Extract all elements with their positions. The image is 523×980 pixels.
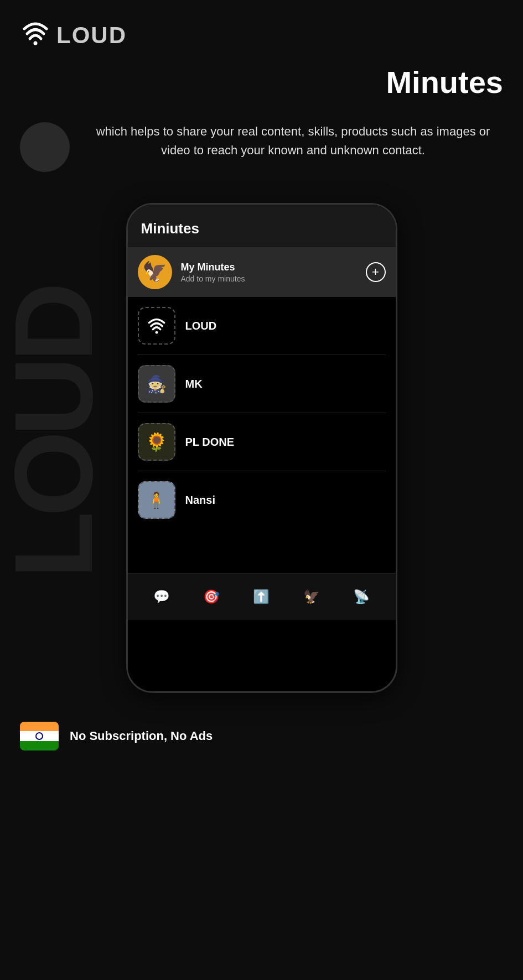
logo-icon xyxy=(20,18,51,53)
my-minutes-info: My Minutes Add to my minutes xyxy=(181,262,357,283)
minutes-list: LOUD 🧙 MK 🌻 PL DONE xyxy=(128,297,396,529)
page-title-row: Minutes xyxy=(0,64,523,100)
chat-icon: 💬 xyxy=(153,589,170,604)
app-screen-title: Miniutes xyxy=(141,220,199,237)
svg-point-1 xyxy=(155,331,158,334)
nansi-list-name: Nansi xyxy=(185,494,215,507)
phone-screen: Miniutes 🦅 My Minutes Add to my minutes … xyxy=(128,205,396,691)
phone-mockup-wrapper: Miniutes 🦅 My Minutes Add to my minutes … xyxy=(0,203,523,693)
mk-avatar: 🧙 xyxy=(138,365,175,403)
logo-text: LOUD xyxy=(56,22,127,49)
list-item[interactable]: 🧙 MK xyxy=(138,355,386,413)
page-title: Minutes xyxy=(386,64,503,100)
my-minutes-sub: Add to my minutes xyxy=(181,274,357,283)
my-minutes-avatar: 🦅 xyxy=(138,255,172,289)
subtitle-section: which helps to share your real content, … xyxy=(0,105,523,185)
pl-done-list-name: PL DONE xyxy=(185,436,235,449)
wifi-logo-icon xyxy=(20,18,51,53)
eagle-emoji-avatar: 🦅 xyxy=(142,260,167,284)
mk-avatar-icon: 🧙 xyxy=(146,374,167,394)
phone-nav-bar: 💬 🎯 ⬆️ 🦅 📡 xyxy=(128,573,396,620)
eagle-icon: 🦅 xyxy=(303,589,320,604)
app-header: LOUD xyxy=(0,0,523,59)
no-subscription-text: No Subscription, No Ads xyxy=(70,729,213,743)
signal-nav-item[interactable]: 📡 xyxy=(348,583,375,610)
subtitle-text: which helps to share your real content, … xyxy=(83,122,503,160)
target-icon: 🎯 xyxy=(203,589,220,604)
bottom-section: No Subscription, No Ads xyxy=(0,702,523,764)
nansi-avatar: 🧍 xyxy=(138,481,175,519)
flag-orange-stripe xyxy=(20,722,59,731)
signal-icon: 📡 xyxy=(353,589,370,604)
loud-avatar xyxy=(138,307,175,345)
india-flag-icon xyxy=(20,722,59,750)
ashoka-chakra xyxy=(35,732,43,740)
sunflower-icon: 🌻 xyxy=(146,431,168,452)
chat-nav-item[interactable]: 💬 xyxy=(148,583,175,610)
pl-done-avatar: 🌻 xyxy=(138,423,175,461)
my-minutes-name: My Minutes xyxy=(181,262,357,273)
subtitle-circle-decoration xyxy=(20,122,70,172)
upload-icon: ⬆️ xyxy=(253,589,270,604)
list-item[interactable]: 🧍 Nansi xyxy=(138,471,386,529)
phone-mockup: Miniutes 🦅 My Minutes Add to my minutes … xyxy=(126,203,397,693)
flag-white-stripe xyxy=(20,731,59,741)
app-screen-header: Miniutes xyxy=(128,205,396,247)
svg-point-0 xyxy=(34,41,38,45)
add-minutes-button[interactable]: + xyxy=(366,262,386,282)
list-item[interactable]: 🌻 PL DONE xyxy=(138,413,386,471)
mk-list-name: MK xyxy=(185,378,203,390)
list-item[interactable]: LOUD xyxy=(138,297,386,355)
my-minutes-row[interactable]: 🦅 My Minutes Add to my minutes + xyxy=(128,247,396,297)
person-icon: 🧍 xyxy=(147,491,166,509)
loud-list-name: LOUD xyxy=(185,320,217,332)
upload-nav-item[interactable]: ⬆️ xyxy=(248,583,275,610)
flag-green-stripe xyxy=(20,741,59,750)
target-nav-item[interactable]: 🎯 xyxy=(198,583,225,610)
eagle-nav-item[interactable]: 🦅 xyxy=(298,583,325,610)
